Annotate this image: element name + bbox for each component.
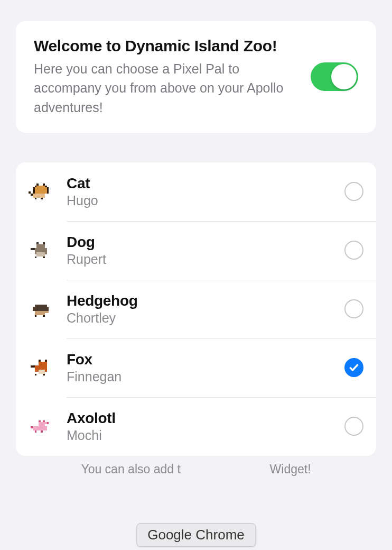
- list-item-name: Rupert: [67, 252, 344, 267]
- svg-rect-9: [35, 198, 37, 200]
- checkmark-icon: [349, 362, 359, 373]
- svg-rect-40: [33, 426, 47, 430]
- svg-rect-33: [39, 370, 45, 374]
- svg-rect-18: [31, 248, 35, 250]
- list-item-species: Cat: [67, 175, 344, 192]
- list-item-species: Dog: [67, 234, 344, 251]
- svg-rect-11: [33, 188, 35, 194]
- svg-rect-1: [43, 184, 45, 186]
- fox-pixel-icon: [29, 356, 53, 379]
- svg-rect-35: [43, 374, 45, 376]
- svg-rect-29: [45, 360, 47, 362]
- svg-rect-24: [35, 311, 45, 315]
- svg-rect-38: [47, 423, 49, 425]
- welcome-title: Welcome to Dynamic Island Zoo!: [34, 37, 298, 55]
- list-item-hedgehog[interactable]: Hedgehog Chortley: [16, 280, 376, 338]
- list-item-species: Axolotl: [67, 410, 344, 427]
- svg-rect-7: [31, 194, 33, 196]
- list-item-fox[interactable]: Fox Finnegan: [16, 338, 376, 397]
- dog-pixel-icon: [29, 239, 53, 261]
- svg-rect-3: [35, 186, 37, 188]
- svg-rect-37: [43, 420, 45, 423]
- radio-unselected[interactable]: [344, 241, 363, 260]
- svg-rect-25: [45, 311, 49, 313]
- radio-selected[interactable]: [344, 358, 363, 377]
- svg-rect-17: [36, 252, 44, 256]
- toggle-knob: [331, 64, 357, 89]
- radio-unselected[interactable]: [344, 299, 363, 318]
- svg-rect-22: [33, 307, 35, 311]
- list-item-dog[interactable]: Dog Rupert: [16, 221, 376, 280]
- radio-unselected[interactable]: [344, 182, 363, 201]
- svg-rect-41: [31, 426, 33, 428]
- list-item-species: Fox: [67, 351, 344, 368]
- svg-rect-4: [45, 186, 47, 188]
- hedgehog-pixel-icon: [29, 298, 53, 320]
- footer-hint: You can also add tGoogle Chrome Widget!: [16, 462, 376, 476]
- welcome-description: Here you can choose a Pixel Pal to accom…: [34, 59, 298, 117]
- list-item-name: Mochi: [67, 428, 344, 443]
- cat-pixel-icon: [29, 180, 53, 203]
- list-item-axolotl[interactable]: Axolotl Mochi: [16, 397, 376, 456]
- list-item-name: Chortley: [67, 310, 344, 326]
- svg-rect-27: [43, 315, 45, 317]
- svg-rect-36: [39, 420, 41, 423]
- svg-rect-10: [41, 198, 43, 200]
- svg-rect-26: [35, 315, 37, 317]
- svg-rect-32: [31, 365, 35, 368]
- enable-toggle[interactable]: [311, 62, 358, 91]
- app-switcher-badge[interactable]: Google Chrome: [136, 523, 256, 547]
- welcome-text-block: Welcome to Dynamic Island Zoo! Here you …: [34, 37, 298, 117]
- svg-rect-6: [33, 194, 45, 198]
- axolotl-pixel-icon: [29, 415, 53, 437]
- list-item-name: Hugo: [67, 193, 344, 208]
- list-item-cat[interactable]: Cat Hugo: [16, 162, 376, 221]
- svg-rect-8: [29, 191, 31, 194]
- pixel-pal-list: Cat Hugo Dog Rupert: [16, 162, 376, 456]
- svg-rect-23: [47, 307, 49, 311]
- svg-rect-42: [45, 424, 47, 426]
- svg-rect-34: [35, 374, 37, 376]
- svg-rect-43: [35, 430, 37, 433]
- svg-rect-12: [47, 188, 49, 194]
- svg-rect-19: [35, 256, 37, 259]
- svg-rect-2: [36, 186, 44, 188]
- list-item-name: Finnegan: [67, 369, 344, 384]
- welcome-card: Welcome to Dynamic Island Zoo! Here you …: [16, 21, 376, 133]
- svg-rect-20: [43, 256, 45, 259]
- svg-rect-0: [36, 184, 39, 186]
- radio-unselected[interactable]: [344, 417, 363, 436]
- list-item-species: Hedgehog: [67, 292, 344, 309]
- svg-rect-5: [35, 188, 47, 194]
- svg-rect-44: [41, 430, 43, 433]
- svg-rect-28: [39, 360, 41, 362]
